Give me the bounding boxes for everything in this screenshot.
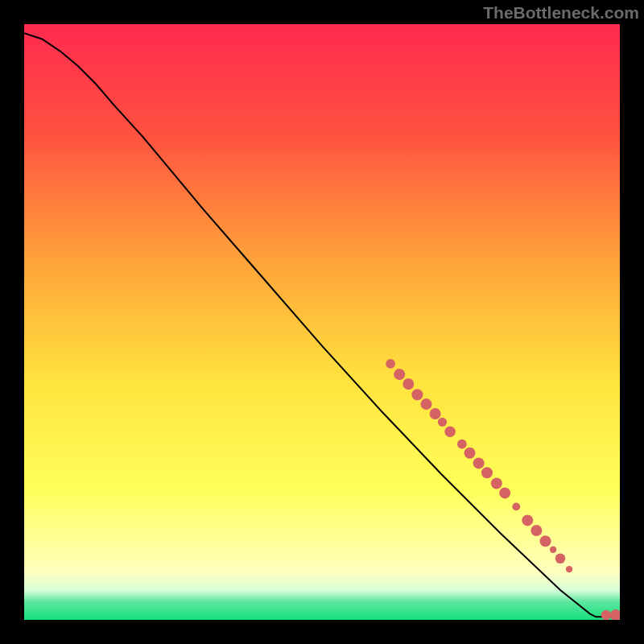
data-marker <box>530 525 542 536</box>
chart-svg <box>24 24 620 620</box>
data-marker <box>402 378 414 390</box>
data-marker <box>481 467 493 478</box>
data-marker <box>540 535 551 547</box>
data-marker <box>394 369 405 380</box>
data-marker <box>601 610 612 620</box>
data-marker <box>491 478 502 489</box>
data-marker <box>457 440 467 449</box>
data-marker <box>550 546 556 552</box>
data-marker <box>444 426 455 436</box>
data-marker <box>411 389 423 400</box>
data-marker <box>566 566 572 572</box>
data-marker <box>522 514 533 526</box>
data-marker <box>464 448 476 459</box>
data-marker <box>499 487 510 498</box>
data-marker <box>473 457 485 469</box>
watermark-label: TheBottleneck.com <box>483 3 639 23</box>
data-marker <box>430 408 441 419</box>
data-marker <box>421 398 432 410</box>
chart-frame: TheBottleneck.com <box>0 0 644 644</box>
data-marker <box>555 553 566 564</box>
data-marker <box>438 418 447 427</box>
data-marker <box>512 503 520 511</box>
gradient-bg <box>24 24 620 620</box>
data-marker <box>386 359 395 369</box>
plot-area <box>24 24 620 620</box>
